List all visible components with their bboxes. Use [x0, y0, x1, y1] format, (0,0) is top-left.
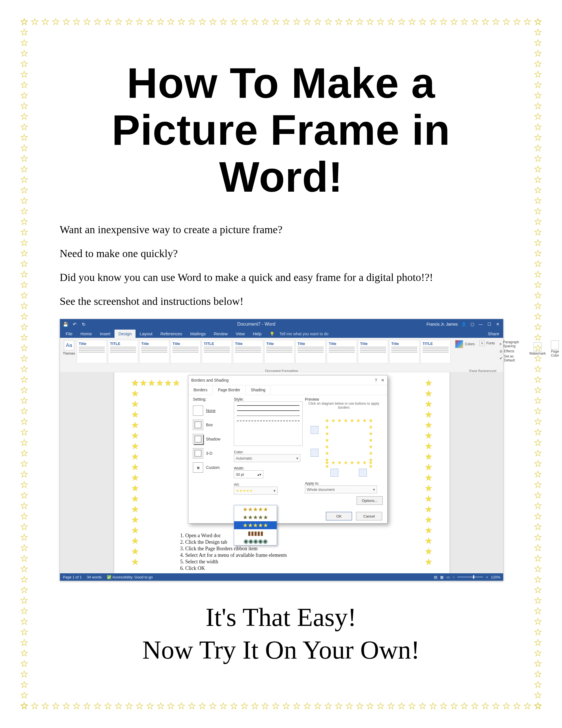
main-title: How To Make a Picture Frame in Word!: [60, 60, 502, 200]
preview-right-toggle[interactable]: [359, 469, 367, 477]
save-icon[interactable]: 💾: [63, 322, 68, 327]
style-set-item[interactable]: Title: [264, 340, 294, 363]
setting-label: Setting:: [193, 397, 227, 402]
borders-shading-dialog: Borders and Shading ?✕ Borders Page Bord…: [188, 375, 387, 524]
fonts-button[interactable]: Fonts: [486, 341, 495, 345]
zoom-slider[interactable]: [457, 576, 483, 578]
ribbon-options-icon[interactable]: ▢: [470, 322, 475, 326]
status-words[interactable]: 34 words: [87, 575, 102, 579]
tab-review[interactable]: Review: [210, 330, 232, 338]
tab-mailings[interactable]: Mailings: [186, 330, 210, 338]
zoom-in-icon[interactable]: +: [486, 575, 488, 579]
instruction-item: Click OK: [185, 565, 287, 571]
tab-file[interactable]: File: [62, 330, 76, 338]
setting-column: Setting: None Box Shadow 3-D ▦Custom: [193, 397, 227, 477]
view-read-icon[interactable]: ▤: [434, 575, 437, 579]
setting-3d[interactable]: 3-D: [193, 448, 227, 458]
apply-to-combo[interactable]: Whole document▾: [305, 485, 377, 493]
style-set-item[interactable]: Title: [233, 340, 263, 363]
style-set-item[interactable]: Title: [389, 340, 419, 363]
word-titlebar: 💾 ↶ ↻ Document7 - Word Francis Jr. James…: [60, 319, 503, 329]
setting-box[interactable]: Box: [193, 420, 227, 430]
user-avatar-icon[interactable]: 👤: [461, 322, 466, 326]
tab-view[interactable]: View: [232, 330, 249, 338]
style-set-item[interactable]: Title: [295, 340, 325, 363]
tab-references[interactable]: References: [156, 330, 186, 338]
paragraph-spacing-button[interactable]: ≡Paragraph Spacing: [499, 340, 519, 348]
style-set-item[interactable]: TITLE: [108, 340, 138, 363]
style-label: Style:: [234, 397, 299, 402]
view-web-icon[interactable]: ▭: [446, 575, 450, 579]
page-color-button[interactable]: Page Color: [551, 340, 559, 357]
ok-button[interactable]: OK: [326, 512, 352, 520]
watermark-button[interactable]: Watermark: [529, 342, 546, 355]
themes-button[interactable]: Aa Themes: [63, 340, 75, 355]
effects-button[interactable]: ◎Effects: [499, 349, 519, 353]
user-name: Francis Jr. James: [426, 322, 458, 326]
intro-para-4: See the screenshot and instructions belo…: [60, 295, 502, 307]
status-accessibility[interactable]: ✅ Accessibility: Good to go: [107, 575, 153, 579]
set-as-default-button[interactable]: ✔Set as Default: [499, 354, 519, 362]
preview-left-toggle[interactable]: [330, 469, 338, 477]
width-spinner[interactable]: 30 pt▴▾: [234, 470, 264, 478]
setting-shadow-icon: [193, 434, 203, 444]
preview-bottom-toggle[interactable]: [310, 449, 318, 457]
setting-none[interactable]: None: [193, 406, 227, 416]
page-stars-left: ★★★★★★★★★★★★★★★★★★: [131, 378, 139, 567]
view-print-icon[interactable]: ▦: [440, 575, 443, 579]
ribbon-design: Aa Themes TitleTITLETitleTitleTITLETitle…: [60, 338, 503, 375]
color-combo[interactable]: Automatic▾: [234, 454, 300, 462]
doc-title: Document7 - Word: [90, 322, 422, 327]
word-screenshot: 💾 ↶ ↻ Document7 - Word Francis Jr. James…: [60, 319, 503, 581]
paragraph-spacing-icon: ≡: [499, 342, 501, 346]
dialog-tab-shading[interactable]: Shading: [246, 385, 271, 395]
setting-custom[interactable]: ▦Custom: [193, 462, 227, 473]
art-combo[interactable]: ★★★★★▾: [234, 487, 278, 495]
style-set-item[interactable]: Title: [139, 340, 169, 363]
style-listbox[interactable]: [234, 402, 302, 446]
chevron-down-icon: ▾: [296, 456, 298, 460]
document-canvas[interactable]: ★★★★★★ ★★★★★★★★★★★★★★★★★★ ★★★★★★★★★★★★★★…: [60, 372, 503, 573]
style-set-gallery[interactable]: TitleTITLETitleTitleTITLETitleTitleTitle…: [77, 340, 451, 363]
preview-column: Preview Click on diagram below or use bu…: [305, 397, 383, 505]
apply-to-label: Apply to:: [305, 481, 383, 485]
tell-me-search[interactable]: 💡 Tell me what you want to do: [266, 330, 337, 338]
setting-shadow[interactable]: Shadow: [193, 434, 227, 444]
color-label: Color:: [234, 450, 299, 454]
style-set-item[interactable]: Title: [358, 340, 388, 363]
dialog-tab-page-border[interactable]: Page Border: [213, 385, 246, 395]
intro-para-1: Want an inexpensive way to create a pict…: [60, 223, 502, 236]
preview-top-toggle[interactable]: [310, 426, 318, 434]
style-set-item[interactable]: Title: [77, 340, 107, 363]
share-button[interactable]: Share: [484, 330, 503, 338]
undo-icon[interactable]: ↶: [72, 322, 77, 327]
instruction-item: Click the Design tab: [185, 539, 287, 545]
redo-icon[interactable]: ↻: [81, 322, 86, 327]
chevron-down-icon: ▾: [274, 489, 276, 493]
zoom-level[interactable]: 120%: [491, 575, 500, 579]
dialog-tab-borders[interactable]: Borders: [188, 385, 213, 395]
close-icon[interactable]: ✕: [495, 322, 500, 326]
chevron-down-icon: ▾: [373, 487, 375, 492]
tab-home[interactable]: Home: [76, 330, 96, 338]
tab-design[interactable]: Design: [115, 330, 136, 338]
dialog-help-icon[interactable]: ?: [375, 378, 377, 382]
closing-text: It's That Easy! Now Try It On Your Own!: [60, 601, 502, 666]
style-set-item[interactable]: Title: [171, 340, 201, 363]
colors-button[interactable]: Colors: [465, 342, 475, 346]
options-button[interactable]: Options...: [356, 496, 383, 505]
zoom-out-icon[interactable]: −: [453, 575, 455, 579]
maximize-icon[interactable]: ☐: [487, 322, 492, 326]
dialog-close-icon[interactable]: ✕: [381, 378, 384, 382]
tab-help[interactable]: Help: [249, 330, 266, 338]
tab-layout[interactable]: Layout: [136, 330, 156, 338]
style-set-item[interactable]: TITLE: [202, 340, 232, 363]
colors-icon: [455, 340, 463, 348]
minimize-icon[interactable]: —: [478, 322, 483, 326]
tab-insert[interactable]: Insert: [96, 330, 115, 338]
cancel-button[interactable]: Cancel: [356, 512, 382, 520]
fonts-icon: A: [479, 340, 485, 346]
style-set-item[interactable]: TITLE: [420, 340, 451, 363]
status-page[interactable]: Page 1 of 1: [63, 575, 82, 579]
style-set-item[interactable]: Title: [327, 340, 357, 363]
